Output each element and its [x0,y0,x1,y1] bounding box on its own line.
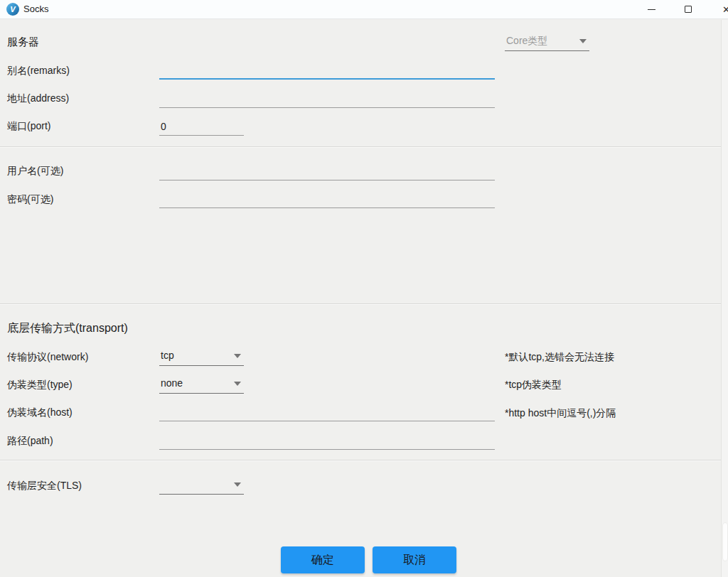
section-divider [0,146,722,148]
maximize-button[interactable] [676,0,700,18]
network-value: tcp [161,350,174,361]
tls-label: 传输层安全(TLS) [7,480,82,492]
port-input[interactable] [159,118,244,136]
type-dropdown[interactable]: none [159,376,244,394]
path-label: 路径(path) [7,435,53,448]
host-note: *http host中间逗号(,)分隔 [505,407,616,420]
username-label: 用户名(可选) [7,165,63,178]
maximize-icon [685,6,692,13]
password-input[interactable] [159,190,495,208]
title-bar[interactable]: V Socks ✕ [0,0,728,19]
vertical-scrollbar[interactable] [721,20,728,577]
transport-section-header: 底层传输方式(transport) [7,321,128,336]
type-value: none [161,377,183,389]
server-section-header: 服务器 [7,36,39,49]
section-divider [0,460,722,461]
network-label: 传输协议(network) [7,351,88,364]
core-type-dropdown[interactable]: Core类型 [505,33,589,51]
chevron-down-icon [579,39,587,43]
section-divider [0,303,722,305]
chevron-down-icon [234,354,241,358]
minimize-icon [648,9,655,10]
network-note: *默认tcp,选错会无法连接 [505,351,614,364]
remarks-input[interactable] [159,62,495,80]
close-button[interactable]: ✕ [714,0,728,18]
address-input[interactable] [159,90,495,108]
cancel-button[interactable]: 取消 [373,546,456,573]
ok-button[interactable]: 确定 [281,546,365,573]
username-input[interactable] [159,163,495,180]
remarks-label: 别名(remarks) [7,65,70,77]
host-input[interactable] [159,404,495,421]
type-note: *tcp伪装类型 [505,379,562,392]
chevron-down-icon [234,382,241,386]
v2rayn-app-icon: V [6,3,19,16]
path-input[interactable] [159,432,495,450]
close-icon: ✕ [722,5,728,14]
socks-dialog-window: V Socks ✕ 服务器 Core类型 别名(remarks) 地址(addr… [0,0,728,577]
tls-dropdown[interactable] [159,477,244,495]
port-label: 端口(port) [7,120,50,133]
window-title: Socks [23,4,48,14]
chevron-down-icon [234,482,241,487]
scrollbar-thumb[interactable] [722,522,728,561]
address-label: 地址(address) [7,92,69,105]
core-type-value: Core类型 [506,35,547,46]
type-label: 伪装类型(type) [7,379,73,392]
host-label: 伪装域名(host) [7,406,73,419]
network-dropdown[interactable]: tcp [159,348,244,366]
password-label: 密码(可选) [7,193,53,206]
minimize-button[interactable] [639,0,663,18]
